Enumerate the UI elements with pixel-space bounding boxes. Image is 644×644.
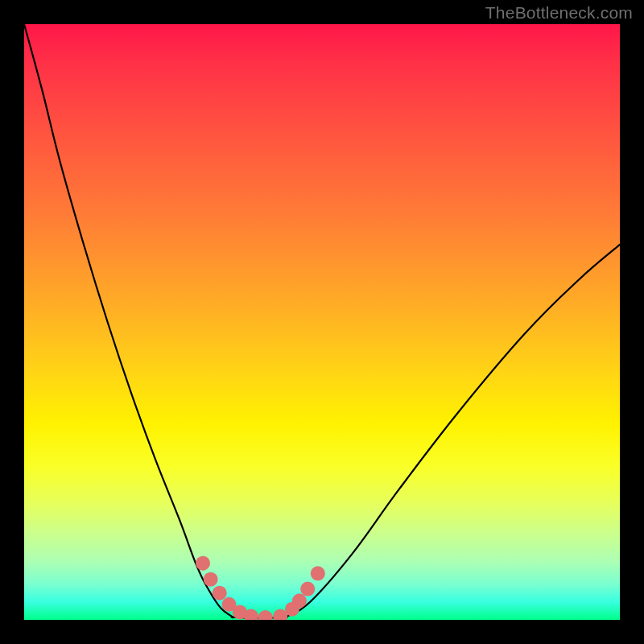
valley-marker-dot [196,556,210,571]
valley-marker-dot [311,566,325,580]
plot-area [24,24,620,620]
valley-markers [196,556,325,620]
curve-svg [24,24,620,620]
chart-frame: TheBottleneck.com [0,0,644,644]
valley-marker-dot [204,572,218,587]
valley-marker-dot [300,582,315,597]
bottleneck-curve [24,24,620,618]
valley-marker-dot [213,586,227,601]
valley-marker-dot [292,593,307,608]
valley-marker-dot [258,610,273,620]
watermark-text: TheBottleneck.com [485,3,633,23]
